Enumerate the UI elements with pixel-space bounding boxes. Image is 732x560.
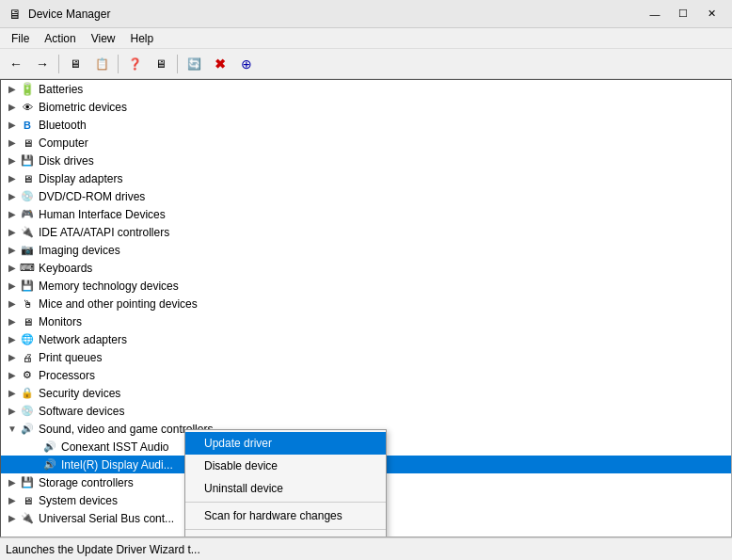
remove-button[interactable]: ✖ — [208, 53, 232, 75]
tree-item-bluetooth[interactable]: ▶ B Bluetooth — [1, 116, 731, 134]
context-menu-scan-hardware[interactable]: Scan for hardware changes — [185, 504, 386, 527]
device-tree[interactable]: ▶ 🔋 Batteries ▶ 👁 Biometric devices ▶ B … — [0, 79, 732, 537]
label-network: Network adapters — [39, 333, 127, 346]
label-dvd: DVD/CD-ROM drives — [39, 190, 145, 203]
status-bar: Launches the Update Driver Wizard t... — [0, 537, 732, 560]
menu-view[interactable]: View — [84, 28, 123, 48]
scan-button[interactable]: 🖥 — [149, 53, 173, 75]
label-disk-drives: Disk drives — [39, 154, 94, 168]
icon-software: 💿 — [20, 404, 35, 419]
label-usb: Universal Serial Bus cont... — [39, 512, 174, 525]
context-menu-separator — [185, 502, 386, 503]
icon-computer: 🖥 — [20, 136, 35, 151]
chevron-bluetooth: ▶ — [5, 118, 20, 133]
context-menu: Update driver Disable device Uninstall d… — [184, 429, 387, 537]
tree-item-display-adapters[interactable]: ▶ 🖥 Display adapters — [1, 169, 731, 187]
tree-item-batteries[interactable]: ▶ 🔋 Batteries — [1, 80, 731, 98]
label-computer: Computer — [39, 136, 88, 150]
icon-keyboards: ⌨ — [20, 261, 35, 276]
tree-item-ide[interactable]: ▶ 🔌 IDE ATA/ATAPI controllers — [1, 223, 731, 241]
tree-item-processors[interactable]: ▶ ⚙ Processors — [1, 366, 731, 384]
properties-button[interactable]: 📋 — [89, 53, 114, 75]
chevron-ide: ▶ — [5, 225, 20, 240]
label-software: Software devices — [39, 405, 124, 418]
icon-bluetooth: B — [20, 118, 35, 133]
label-mice: Mice and other pointing devices — [39, 297, 198, 311]
label-intel-audio: Intel(R) Display Audi... — [61, 458, 173, 472]
help-button[interactable]: ❓ — [122, 53, 147, 75]
icon-dvd: 💿 — [20, 189, 35, 204]
icon-display-adapters: 🖥 — [20, 171, 35, 186]
icon-disk-drives: 💾 — [20, 153, 35, 168]
app-icon: 🖥 — [8, 7, 23, 22]
chevron-monitors: ▶ — [5, 314, 20, 329]
label-storage: Storage controllers — [39, 476, 134, 489]
refresh-button[interactable]: 🔄 — [182, 53, 206, 75]
chevron-processors: ▶ — [5, 368, 20, 383]
icon-system: 🖥 — [20, 493, 35, 508]
context-menu-disable-device[interactable]: Disable device — [185, 455, 386, 477]
label-biometric: Biometric devices — [39, 101, 127, 114]
main-area: ▶ 🔋 Batteries ▶ 👁 Biometric devices ▶ B … — [0, 79, 732, 537]
label-bluetooth: Bluetooth — [39, 119, 87, 132]
tree-item-hid[interactable]: ▶ 🎮 Human Interface Devices — [1, 205, 731, 223]
tree-item-imaging[interactable]: ▶ 📷 Imaging devices — [1, 241, 731, 259]
icon-conexant: 🔊 — [42, 440, 57, 455]
maximize-button[interactable]: ☐ — [670, 4, 696, 24]
menu-action[interactable]: Action — [37, 28, 83, 48]
icon-usb: 🔌 — [20, 511, 35, 526]
icon-sound: 🔊 — [20, 422, 35, 437]
context-menu-update-driver[interactable]: Update driver — [185, 432, 386, 455]
tree-item-software[interactable]: ▶ 💿 Software devices — [1, 402, 731, 420]
chevron-batteries: ▶ — [5, 82, 20, 97]
chevron-software: ▶ — [5, 404, 20, 419]
toolbar-separator-3 — [177, 55, 178, 73]
label-print: Print queues — [39, 351, 102, 364]
chevron-biometric: ▶ — [5, 100, 20, 115]
chevron-mice: ▶ — [5, 296, 20, 312]
tree-item-network[interactable]: ▶ 🌐 Network adapters — [1, 330, 731, 348]
context-menu-separator-2 — [185, 529, 386, 530]
label-system: System devices — [39, 494, 118, 507]
chevron-print: ▶ — [5, 350, 20, 365]
icon-intel-audio: 🔊 — [42, 457, 57, 472]
menu-help[interactable]: Help — [123, 28, 162, 48]
label-display-adapters: Display adapters — [39, 172, 122, 185]
context-menu-uninstall-device[interactable]: Uninstall device — [185, 477, 386, 500]
tree-item-dvd[interactable]: ▶ 💿 DVD/CD-ROM drives — [1, 187, 731, 205]
minimize-button[interactable]: — — [642, 4, 668, 24]
label-keyboards: Keyboards — [39, 262, 92, 275]
tree-item-memory[interactable]: ▶ 💾 Memory technology devices — [1, 277, 731, 295]
chevron-disk-drives: ▶ — [5, 153, 20, 168]
back-button[interactable]: ← — [4, 53, 28, 75]
icon-batteries: 🔋 — [20, 82, 35, 97]
icon-biometric: 👁 — [20, 100, 35, 115]
tree-item-monitors[interactable]: ▶ 🖥 Monitors — [1, 312, 731, 330]
chevron-keyboards: ▶ — [5, 261, 20, 276]
context-menu-properties[interactable]: Properties — [185, 532, 386, 537]
toolbar-separator-2 — [118, 55, 119, 73]
tree-item-biometric[interactable]: ▶ 👁 Biometric devices — [1, 98, 731, 116]
menu-file[interactable]: File — [4, 28, 37, 48]
tree-item-computer[interactable]: ▶ 🖥 Computer — [1, 134, 731, 152]
icon-hid: 🎮 — [20, 207, 35, 222]
tree-item-print[interactable]: ▶ 🖨 Print queues — [1, 348, 731, 366]
chevron-imaging: ▶ — [5, 243, 20, 258]
window-controls: — ☐ ✕ — [642, 4, 724, 24]
tree-item-keyboards[interactable]: ▶ ⌨ Keyboards — [1, 259, 731, 277]
label-monitors: Monitors — [39, 315, 82, 328]
tree-item-security[interactable]: ▶ 🔒 Security devices — [1, 384, 731, 402]
add-button[interactable]: ⊕ — [234, 53, 259, 75]
close-button[interactable]: ✕ — [698, 4, 724, 24]
chevron-storage: ▶ — [5, 475, 20, 490]
icon-monitors: 🖥 — [20, 314, 35, 329]
forward-button[interactable]: → — [30, 53, 55, 75]
chevron-dvd: ▶ — [5, 189, 20, 204]
tree-item-mice[interactable]: ▶ 🖱 Mice and other pointing devices — [1, 295, 731, 312]
chevron-memory: ▶ — [5, 279, 20, 294]
tree-item-disk-drives[interactable]: ▶ 💾 Disk drives — [1, 152, 731, 169]
chevron-sound: ▼ — [5, 422, 20, 437]
icon-security: 🔒 — [20, 386, 35, 401]
computer-button[interactable]: 🖥 — [63, 53, 88, 75]
chevron-network: ▶ — [5, 332, 20, 347]
